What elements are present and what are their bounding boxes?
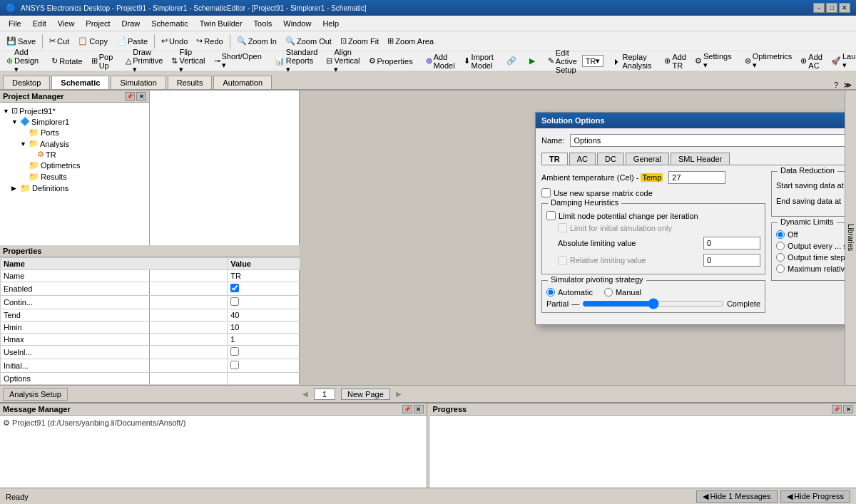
limit-node-checkbox[interactable] <box>546 211 556 220</box>
zoom-in-button[interactable]: 🔍 Zoom In <box>233 34 280 49</box>
tree-item-analysis[interactable]: ▼ 📁 Analysis <box>20 138 146 149</box>
libraries-panel[interactable]: Libraries <box>845 91 856 385</box>
cut-button[interactable]: ✂ Cut <box>46 34 73 49</box>
tree-item-simplorer1[interactable]: ▼ 🔷 Simplorer1 <box>11 116 146 127</box>
relative-limit-row: Relative limiting value <box>558 254 760 267</box>
tree-item-project91[interactable]: ▼ ⊡ Project91* <box>3 106 146 116</box>
output-every-radio[interactable] <box>776 242 785 250</box>
undo-button[interactable]: ↩ Undo <box>158 34 191 49</box>
draw-primitive-button[interactable]: △ Draw Primitive ▾ <box>122 53 166 69</box>
manual-radio[interactable] <box>604 288 613 297</box>
tab-results[interactable]: Results <box>168 76 213 89</box>
minimize-button[interactable]: − <box>813 3 825 13</box>
menu-twin-builder[interactable]: Twin Builder <box>194 18 248 29</box>
paste-button[interactable]: 📄 Paste <box>113 34 151 49</box>
pivoting-slider[interactable] <box>582 299 724 308</box>
maximize-button[interactable]: □ <box>826 3 837 13</box>
menu-edit[interactable]: Edit <box>27 18 52 29</box>
zoom-out-button[interactable]: 🔍 Zoom Out <box>282 34 335 49</box>
initial-checkbox[interactable] <box>230 361 239 369</box>
dialog-tab-tr[interactable]: TR <box>541 153 568 165</box>
relative-limit-checkbox[interactable] <box>558 256 567 265</box>
menu-tools[interactable]: Tools <box>248 18 278 29</box>
tab-schematic[interactable]: Schematic <box>51 76 109 89</box>
properties-button[interactable]: ⚙ Properties <box>365 53 417 69</box>
import-model-button[interactable]: ⬇ Import Model <box>460 53 497 69</box>
save-button[interactable]: 💾 Save <box>3 34 39 49</box>
edit-active-setup-button[interactable]: ✎ Edit Active Setup <box>544 53 581 69</box>
tab-desktop[interactable]: Desktop <box>3 76 50 89</box>
dialog-tab-ac[interactable]: AC <box>569 153 596 165</box>
analyze-button[interactable]: ▶ <box>526 53 539 69</box>
menu-view[interactable]: View <box>52 18 81 29</box>
add-model-button[interactable]: ⊕ Add Model <box>422 53 459 69</box>
dialog-tab-sml-header[interactable]: SML Header <box>671 153 730 165</box>
dialog-tab-dc[interactable]: DC <box>597 153 624 165</box>
redo-button[interactable]: ↪ Redo <box>193 34 226 49</box>
tree-item-results[interactable]: 📁 Results <box>20 171 146 182</box>
name-input[interactable] <box>570 134 856 147</box>
page-number-input[interactable] <box>314 389 335 400</box>
msg-close-button[interactable]: ✕ <box>414 405 424 413</box>
contin-checkbox[interactable] <box>230 297 239 306</box>
ambient-temp-input[interactable] <box>668 171 725 184</box>
max-relative-radio[interactable] <box>776 264 785 273</box>
tab-simulation[interactable]: Simulation <box>111 76 165 89</box>
zoom-area-button[interactable]: ⊞ Zoom Area <box>384 34 437 49</box>
output-time-radio[interactable] <box>776 253 785 262</box>
off-radio[interactable] <box>776 230 785 239</box>
tr-dropdown[interactable]: TR ▾ <box>582 55 604 67</box>
scroll-right-button[interactable]: ▶ <box>396 390 402 398</box>
short-open-button[interactable]: ⊸ Short/Open ▾ <box>210 53 265 69</box>
add-tr-button[interactable]: ⊕ Add TR <box>661 53 690 69</box>
tree-item-definitions[interactable]: ▶ 📁 Definitions <box>11 182 146 194</box>
hide-progress-button[interactable]: ◀ Hide Progress <box>780 490 850 503</box>
progress-close-button[interactable]: ✕ <box>843 405 853 413</box>
rotate-button[interactable]: ↻ Rotate <box>48 53 86 69</box>
menu-draw[interactable]: Draw <box>116 18 146 29</box>
limit-initial-checkbox[interactable] <box>558 223 567 232</box>
scroll-left-button[interactable]: ◀ <box>302 390 308 398</box>
tab-automation[interactable]: Automation <box>213 76 272 89</box>
expand-button[interactable]: ≫ <box>842 81 853 89</box>
hide-messages-button[interactable]: ◀ Hide 1 Messages <box>696 490 778 503</box>
menu-project[interactable]: Project <box>80 18 116 29</box>
launch-button[interactable]: 🚀 Launch ▾ <box>827 53 856 69</box>
settings-button[interactable]: ⚙ Settings ▾ <box>691 53 735 69</box>
add-ac-button[interactable]: ⊕ Add AC <box>797 53 826 69</box>
progress-pin-button[interactable]: 📌 <box>832 405 842 413</box>
msg-pin-button[interactable]: 📌 <box>402 405 412 413</box>
analysis-setup-tab[interactable]: Analysis Setup <box>3 388 68 401</box>
menu-file[interactable]: File <box>3 18 27 29</box>
menu-window[interactable]: Window <box>277 18 317 29</box>
popup-button[interactable]: ⊞ Pop Up <box>88 53 117 69</box>
close-button[interactable]: ✕ <box>839 3 850 13</box>
menu-help[interactable]: Help <box>317 18 345 29</box>
flip-vertical-button[interactable]: ⇅ Flip Vertical ▾ <box>168 53 208 69</box>
tree-item-optimetrics[interactable]: 📁 Optimetrics <box>20 160 146 171</box>
replay-analysis-button[interactable]: ⏵ Replay Analysis <box>609 53 655 69</box>
zoom-fit-button[interactable]: ⊡ Zoom Fit <box>337 34 382 49</box>
useinl-checkbox[interactable] <box>230 347 239 356</box>
title-bar-controls[interactable]: − □ ✕ <box>813 3 850 13</box>
enabled-checkbox[interactable] <box>230 284 239 292</box>
copy-button[interactable]: 📋 Copy <box>74 34 111 49</box>
help-button[interactable]: ? <box>830 81 842 89</box>
tree-item-ports[interactable]: 📁 Ports <box>20 127 146 138</box>
new-page-button[interactable]: New Page <box>341 389 390 400</box>
links-button[interactable]: 🔗 <box>503 53 520 69</box>
replay-icon: ⏵ <box>613 57 621 66</box>
dialog-tab-general[interactable]: General <box>626 153 669 165</box>
menu-schematic[interactable]: Schematic <box>146 18 193 29</box>
align-vertical-button[interactable]: ⊟ Align Vertical ▾ <box>322 53 363 69</box>
automatic-radio[interactable] <box>546 288 555 297</box>
relative-limit-input[interactable] <box>703 254 760 267</box>
absolute-limit-input[interactable] <box>703 237 760 250</box>
panel-close-button[interactable]: ✕ <box>136 92 146 101</box>
optimetrics-button[interactable]: ⊛ Optimetrics ▾ <box>741 53 796 69</box>
tree-item-tr[interactable]: ⚙ TR <box>29 149 146 160</box>
sparse-matrix-checkbox[interactable] <box>541 188 551 197</box>
panel-pin-button[interactable]: 📌 <box>125 92 135 101</box>
add-design-button[interactable]: ⊕ Add Design ▾ <box>3 53 42 69</box>
standard-reports-button[interactable]: 📊 Standard Reports ▾ <box>271 53 322 69</box>
